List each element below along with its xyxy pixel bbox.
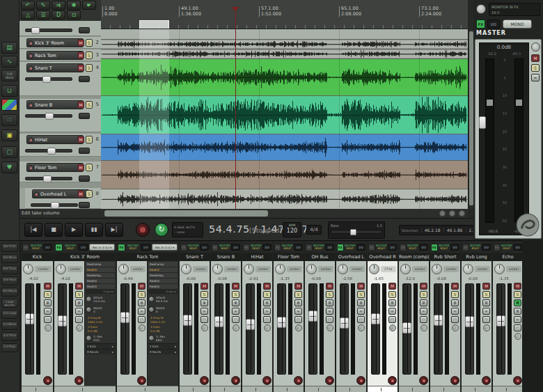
track-name[interactable]: Floor Tom: [26, 163, 84, 172]
strip-solo-button[interactable]: S: [388, 291, 396, 298]
strip-fx-slot-button[interactable]: ≣: [294, 299, 302, 306]
phase-button[interactable]: ∅: [358, 324, 365, 331]
send-slot[interactable]: 9 Revrb▸: [86, 349, 115, 354]
volume-fader[interactable]: [25, 77, 72, 81]
mute-button[interactable]: M: [77, 52, 84, 59]
channel-fader-cap[interactable]: [434, 315, 443, 326]
strip-name[interactable]: Floor Tom: [274, 253, 304, 261]
strip-record-arm[interactable]: [294, 376, 303, 385]
master-fx-button[interactable]: FX: [476, 19, 485, 29]
volume-fader-handle[interactable]: [31, 27, 40, 34]
record-arm-icon[interactable]: [28, 102, 33, 108]
strip-route-indicator[interactable]: MASTER ROUT: [501, 244, 513, 251]
channel-fader[interactable]: [214, 283, 223, 375]
strip-mute-button[interactable]: M: [451, 283, 459, 290]
channel-fader[interactable]: [308, 283, 317, 375]
channel-fader[interactable]: [402, 283, 411, 375]
strip-solo-button[interactable]: S: [326, 291, 333, 298]
strip-env-button[interactable]: ≈: [451, 308, 459, 315]
mute-button[interactable]: M: [77, 136, 84, 143]
strip-io-button[interactable]: I/O: [231, 244, 240, 251]
mixer-strip[interactable]: FX MASTER ROUT I/O OH Bus center -0.08: [305, 242, 335, 392]
loop-selection[interactable]: [139, 20, 169, 29]
channel-fader[interactable]: [465, 283, 474, 375]
theme-top-ward-button[interactable]: TOP Ward: [1, 70, 17, 81]
mute-button[interactable]: M: [77, 64, 84, 72]
vertical-scrollbar[interactable]: [468, 29, 473, 209]
mixer-strip[interactable]: FX MASTER ROUT I/O Room (comp) center -1…: [399, 242, 429, 392]
channel-fader-cap[interactable]: [183, 315, 192, 326]
strip-mute-button[interactable]: M: [44, 283, 52, 290]
phase-button[interactable]: ∅: [326, 324, 333, 331]
mixer-view-icon[interactable]: ▤: [1, 42, 17, 54]
track-panel-row[interactable]: Overhead L M S 8: [25, 188, 101, 209]
strip-fx-button[interactable]: FX: [212, 244, 219, 251]
record-button[interactable]: [136, 223, 150, 237]
repeat-button[interactable]: ↻: [155, 223, 168, 237]
mixer-layout-button[interactable]: Def Thick: [1, 265, 18, 274]
strip-mute-button[interactable]: M: [357, 283, 365, 290]
volume-fader[interactable]: [25, 149, 72, 152]
strip-route-indicator[interactable]: MASTER ROUT: [313, 244, 325, 251]
strip-mute-button[interactable]: M: [326, 283, 333, 290]
strip-width-button[interactable]: ◠: [200, 316, 208, 323]
channel-fader[interactable]: [120, 283, 129, 375]
solo-button[interactable]: S: [86, 64, 93, 72]
strip-record-arm[interactable]: [325, 376, 334, 385]
phase-button[interactable]: ∅: [201, 324, 208, 331]
strip-solo-button[interactable]: S: [357, 291, 365, 298]
play-button[interactable]: ▶: [65, 223, 83, 237]
horizontal-scrollbar-handle[interactable]: [104, 210, 268, 217]
fx-insert[interactable]: ReaEQ: [86, 279, 115, 284]
strip-solo-button[interactable]: S: [294, 291, 302, 298]
strip-tab[interactable]: [274, 386, 304, 392]
pan-knob[interactable]: [244, 264, 254, 274]
pan-knob[interactable]: [118, 264, 129, 274]
strip-mute-button[interactable]: M: [388, 283, 396, 290]
strip-env-button[interactable]: ≈: [357, 308, 365, 315]
fx-insert[interactable]: ReaEQ: [86, 284, 115, 290]
strip-width-button[interactable]: ◠: [263, 316, 271, 323]
phase-button[interactable]: ∅: [452, 324, 459, 331]
strip-env-button[interactable]: ≈: [75, 308, 83, 315]
channel-fader-cap[interactable]: [246, 319, 255, 330]
strip-width-button[interactable]: ◠: [451, 316, 459, 323]
solo-button[interactable]: S: [86, 39, 93, 47]
strip-name[interactable]: Room (comp): [399, 253, 429, 261]
strip-tab[interactable]: [368, 386, 398, 392]
pan-knob[interactable]: [400, 264, 411, 274]
strip-io-button[interactable]: I/O: [43, 244, 52, 251]
record-arm-icon[interactable]: [28, 53, 33, 58]
volume-fader-handle[interactable]: [51, 202, 59, 209]
strip-io-button[interactable]: I/O: [200, 244, 209, 251]
fx-insert[interactable]: ReaComp: [148, 262, 178, 267]
glue-items-icon[interactable]: ✱: [67, 1, 81, 10]
track-name[interactable]: Snare B: [26, 100, 84, 109]
mixer-strip[interactable]: FX MASTER ROUT I/O Overhead R 77%L -1.65: [368, 242, 398, 392]
fx-param-knob[interactable]: Wet/d0: [148, 304, 178, 315]
strip-record-arm[interactable]: [137, 376, 146, 385]
strip-tab[interactable]: [54, 386, 116, 392]
channel-fader[interactable]: [434, 283, 443, 375]
routing-dots-icon[interactable]: ∷: [1, 114, 17, 126]
strip-record-arm[interactable]: [419, 376, 428, 385]
phase-button[interactable]: ∅: [483, 324, 490, 331]
pan-knob[interactable]: [306, 264, 317, 274]
strip-env-button[interactable]: ≈: [263, 308, 271, 315]
strip-env-button[interactable]: ≈: [232, 308, 239, 315]
phase-button[interactable]: ∅: [45, 324, 52, 331]
metronome-icon[interactable]: △: [21, 10, 35, 19]
mixer-strip[interactable]: FX MASTER ROUT I/O Floor Tom center -1.3…: [274, 242, 304, 392]
strip-fx-slot-button[interactable]: ≣: [388, 299, 396, 306]
track-panel-row[interactable]: Snare B M S 5: [19, 99, 101, 132]
strip-fx-slot-button[interactable]: ≣: [138, 299, 145, 306]
strip-width-button[interactable]: ◠: [75, 316, 83, 323]
strip-width-button[interactable]: ◠: [357, 316, 365, 323]
phase-button[interactable]: ∅: [389, 324, 396, 331]
solo-button[interactable]: S: [86, 52, 93, 59]
phase-button[interactable]: ∅: [514, 333, 521, 340]
mute-button[interactable]: M: [77, 190, 84, 198]
mixer-layout-button[interactable]: Def Plain: [1, 276, 18, 285]
strip-tab[interactable]: [242, 386, 272, 392]
master-env-button[interactable]: ≈: [531, 74, 540, 81]
